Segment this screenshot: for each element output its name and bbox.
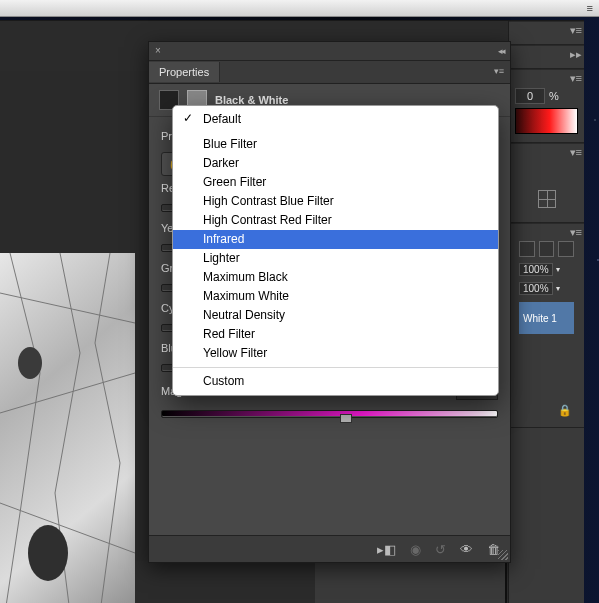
preset-option[interactable]: ✓Default <box>173 110 498 129</box>
preset-option[interactable]: Maximum Black <box>173 268 498 287</box>
opacity-field[interactable]: 100% <box>519 263 553 276</box>
collapse-icon[interactable]: ◂◂ <box>498 46 504 56</box>
tool-icon[interactable] <box>519 241 535 257</box>
document-image <box>0 253 135 603</box>
check-icon: ✓ <box>183 111 193 126</box>
dropdown-caret-icon[interactable]: ▾ <box>556 265 560 274</box>
lock-icon[interactable]: 🔒 <box>558 404 572 416</box>
menubar-extra-icon[interactable]: ≡ <box>587 2 593 14</box>
preset-option[interactable]: High Contrast Red Filter <box>173 211 498 230</box>
layer-item[interactable]: White 1 <box>519 302 574 334</box>
preset-option-label: Red Filter <box>203 327 255 341</box>
preset-option-label: Maximum Black <box>203 270 288 284</box>
panel-menu-icon[interactable]: ▾≡ <box>570 146 582 159</box>
grid-view-icon[interactable] <box>538 190 556 208</box>
tab-properties[interactable]: Properties <box>149 62 220 82</box>
preset-option[interactable]: High Contrast Blue Filter <box>173 192 498 211</box>
reset-icon: ↺ <box>435 542 446 557</box>
percent-label: % <box>549 90 559 102</box>
preset-option-label: Maximum White <box>203 289 289 303</box>
preset-option-label: Lighter <box>203 251 240 265</box>
preset-dropdown[interactable]: ✓DefaultBlue FilterDarkerGreen FilterHig… <box>172 105 499 396</box>
preset-option-custom[interactable]: Custom <box>173 372 498 391</box>
magentas-slider[interactable] <box>161 406 498 418</box>
color-swatches[interactable] <box>515 108 578 134</box>
panel-footer: ▸◧ ◉ ↺ 👁 🗑 <box>149 535 510 562</box>
preset-option[interactable]: Red Filter <box>173 325 498 344</box>
right-panel-stack: ▾≡ ▸▸ ▾≡ 0 % ▾≡ ▾≡ 100%▾ <box>508 21 584 603</box>
preset-option[interactable]: Neutral Density <box>173 306 498 325</box>
panel-flyout-icon[interactable]: ▾≡ <box>570 24 582 37</box>
panel-menu-icon[interactable]: ▾≡ <box>570 226 582 239</box>
preset-option[interactable]: Infrared <box>173 230 498 249</box>
close-icon[interactable]: × <box>155 45 161 56</box>
preset-option[interactable]: Green Filter <box>173 173 498 192</box>
preset-option-label: High Contrast Blue Filter <box>203 194 334 208</box>
panel-menu-icon[interactable]: ▾≡ <box>570 72 582 85</box>
svg-point-0 <box>28 525 68 581</box>
value-field[interactable]: 0 <box>515 88 545 104</box>
tool-icon[interactable] <box>558 241 574 257</box>
preset-option-label: Default <box>203 112 241 126</box>
menu-separator <box>173 367 498 368</box>
secondary-canvas <box>315 561 507 603</box>
macos-menubar: ≡ <box>0 0 599 17</box>
panel-collapse-icon[interactable]: ▸▸ <box>570 48 582 61</box>
preset-option-label: Infrared <box>203 232 244 246</box>
panel-tab-row: Properties ▾≡ <box>149 61 510 84</box>
preset-option[interactable]: Blue Filter <box>173 135 498 154</box>
preset-option-label: High Contrast Red Filter <box>203 213 332 227</box>
visibility-icon[interactable]: 👁 <box>460 542 473 557</box>
layer-label: White 1 <box>523 313 557 324</box>
preset-option-label: Green Filter <box>203 175 266 189</box>
dropdown-caret-icon[interactable]: ▾ <box>556 284 560 293</box>
preset-option-label: Neutral Density <box>203 308 285 322</box>
panel-menu-icon[interactable]: ▾≡ <box>494 66 504 76</box>
clip-to-layer-icon[interactable]: ▸◧ <box>377 542 396 557</box>
preset-option-label: Darker <box>203 156 239 170</box>
preset-option-label: Yellow Filter <box>203 346 267 360</box>
fill-field[interactable]: 100% <box>519 282 553 295</box>
resize-grip[interactable] <box>498 550 508 560</box>
svg-point-1 <box>18 347 42 379</box>
view-previous-icon: ◉ <box>410 542 421 557</box>
preset-option[interactable]: Maximum White <box>173 287 498 306</box>
preset-option[interactable]: Yellow Filter <box>173 344 498 363</box>
preset-option[interactable]: Darker <box>173 154 498 173</box>
preset-option[interactable]: Lighter <box>173 249 498 268</box>
panel-titlebar[interactable]: × ◂◂ <box>149 42 510 61</box>
tool-icon[interactable] <box>539 241 555 257</box>
preset-option-label: Blue Filter <box>203 137 257 151</box>
